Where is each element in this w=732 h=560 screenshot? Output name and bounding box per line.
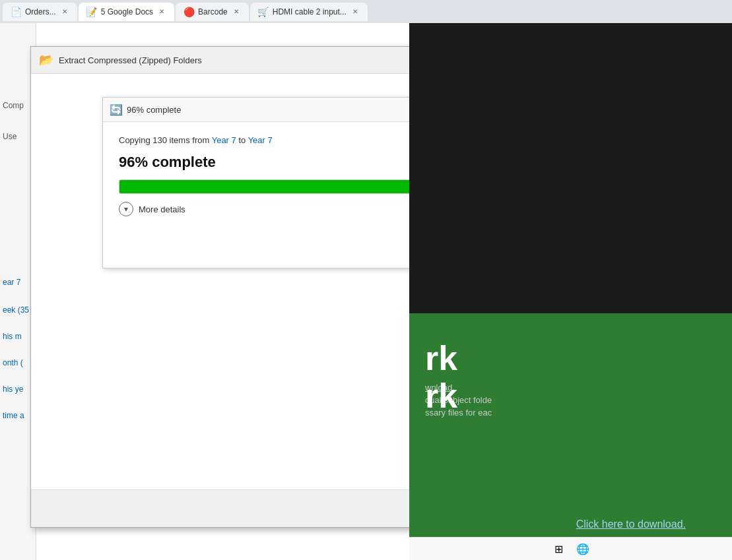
progress-title-left: 🔄 96% complete: [110, 104, 181, 116]
bottom-icon-strip: ⊞ 🌐: [409, 537, 732, 560]
sidebar-item-month[interactable]: onth (: [0, 358, 23, 367]
browser-icon[interactable]: 🌐: [574, 540, 592, 558]
tab-barcode[interactable]: 🔴 Barcode ✕: [176, 3, 249, 21]
main-area: Comp Use ear 7 eek (35 his m onth ( his …: [0, 23, 732, 560]
right-panel-bottom-big-text: rk: [425, 377, 716, 415]
more-details-row[interactable]: ▾ More details: [119, 202, 409, 216]
progress-bar-container: [119, 179, 409, 194]
copying-text: Copying 130 items from Year 7 to Year 7: [119, 135, 409, 145]
tab-orders-close[interactable]: ✕: [60, 7, 69, 16]
to-year7-link[interactable]: Year 7: [248, 135, 273, 145]
click-download-link[interactable]: Click here to download.: [576, 518, 686, 530]
left-panel: Comp Use ear 7 eek (35 his m onth ( his …: [0, 23, 409, 560]
tab-googledocs-label: 5 Google Docs: [101, 7, 153, 16]
sidebar-item-year7[interactable]: ear 7: [0, 278, 20, 287]
tab-googledocs-close[interactable]: ✕: [157, 7, 166, 16]
copying-prefix: Copying 130 items from: [119, 135, 212, 145]
sidebar-item-thism[interactable]: his m: [0, 332, 22, 341]
extract-dialog-title-left: 📂 Extract Compressed (Zipped) Folders: [39, 53, 202, 67]
grid-icon[interactable]: ⊞: [550, 540, 568, 558]
comp-partial-text: Comp: [0, 101, 24, 110]
sidebar-item-week35[interactable]: eek (35: [0, 305, 29, 315]
percent-label: 96% complete: [119, 154, 216, 171]
more-details-label: More details: [139, 204, 185, 214]
extract-dialog-titlebar: 📂 Extract Compressed (Zipped) Folders ✕: [31, 47, 409, 74]
extract-dialog-footer: Next Cancel: [31, 489, 409, 527]
percent-row: 96% complete ⏸ ✕: [119, 153, 409, 171]
tab-hdmi-close[interactable]: ✕: [350, 7, 360, 16]
chevron-down-icon: ▾: [119, 202, 133, 216]
right-panel-bottom-section: rk: [409, 364, 732, 428]
tab-googledocs[interactable]: 📝 5 Google Docs ✕: [79, 3, 174, 21]
tab-hdmi[interactable]: 🛒 HDMI cable 2 input... ✕: [250, 3, 368, 21]
barcode-icon: 🔴: [183, 7, 194, 17]
tab-barcode-label: Barcode: [198, 7, 228, 16]
progress-bar-fill: [119, 180, 409, 193]
hdmi-icon: 🛒: [258, 7, 269, 17]
sidebar-item-time[interactable]: time a: [0, 411, 24, 420]
orders-icon: 📄: [11, 7, 21, 17]
right-panel: rk wnload. dual subject folde ssary file…: [409, 23, 732, 560]
from-year7-link[interactable]: Year 7: [212, 135, 236, 145]
progress-icon: 🔄: [110, 104, 123, 116]
dark-strip: [409, 23, 732, 320]
progress-content: Copying 130 items from Year 7 to Year 7 …: [103, 122, 409, 268]
extract-dialog-title: Extract Compressed (Zipped) Folders: [59, 55, 202, 65]
progress-titlebar: 🔄 96% complete — □ ✕: [103, 98, 409, 122]
tab-bar: 📄 Orders... ✕ 📝 5 Google Docs ✕ 🔴 Barcod…: [0, 0, 732, 23]
googledocs-icon: 📝: [86, 7, 97, 17]
tab-hdmi-label: HDMI cable 2 input...: [273, 7, 347, 16]
tab-orders[interactable]: 📄 Orders... ✕: [3, 3, 77, 21]
sidebar-item-thisy[interactable]: his ye: [0, 385, 23, 394]
folder-zip-icon: 📂: [39, 53, 53, 67]
use-partial-text: Use: [3, 132, 17, 141]
progress-title: 96% complete: [127, 105, 181, 115]
to-text: to: [236, 135, 248, 145]
tab-barcode-close[interactable]: ✕: [232, 7, 241, 16]
tab-orders-label: Orders...: [25, 7, 56, 16]
progress-dialog: 🔄 96% complete — □ ✕ Copying 130 items f…: [102, 97, 409, 268]
